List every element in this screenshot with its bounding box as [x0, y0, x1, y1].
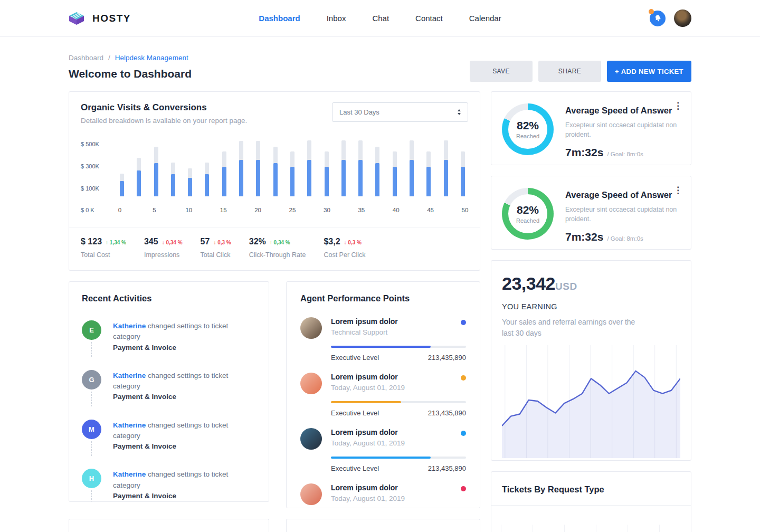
- nav-item-dashboard[interactable]: Dashboard: [259, 14, 300, 23]
- activity-list-item[interactable]: HKatherine changed settings to ticket ca…: [82, 469, 256, 501]
- user-avatar[interactable]: [674, 10, 691, 27]
- agent-avatar: [300, 373, 322, 394]
- x-axis-label: 50: [462, 207, 469, 213]
- bar-conversion-segment: [290, 167, 294, 196]
- partial-card-right: [286, 519, 480, 532]
- agent-status-dot: [461, 486, 466, 491]
- x-axis-label: 40: [393, 207, 400, 213]
- tickets-card-title: Tickets By Request Type: [491, 472, 691, 506]
- activity-category: Payment & Invoice: [113, 344, 176, 352]
- bar-group: [325, 140, 329, 196]
- speed-card-title: Average Speed of Answer: [565, 106, 688, 116]
- nav-item-calendar[interactable]: Calendar: [469, 14, 501, 23]
- bar-conversion-segment: [410, 160, 414, 196]
- activity-user-link[interactable]: Katherine: [113, 372, 146, 379]
- kpi-delta: ↓ 0,34 %: [162, 240, 183, 245]
- recent-activities-card: Recent Activities EKatherine changed set…: [69, 281, 269, 502]
- organic-card-title: Organic Visits & Conversions: [81, 102, 247, 113]
- bar-conversion-segment: [273, 163, 278, 196]
- bell-icon: [653, 13, 662, 23]
- agent-avatar: [300, 483, 322, 505]
- donut-reached-label: Reached: [516, 133, 539, 139]
- average-speed-card: 82%ReachedAverage Speed of AnswerExcepte…: [491, 176, 691, 250]
- bar-group: [205, 140, 209, 196]
- notification-badge-dot: [649, 9, 654, 14]
- agent-name: Lorem ipsum dolor: [331, 428, 452, 436]
- kpi-stat: 57↓ 0,3 %Total Click: [201, 237, 231, 259]
- activity-avatar: G: [82, 370, 101, 390]
- activity-avatar: E: [82, 320, 101, 340]
- activity-text: Katherine changed settings to ticket cat…: [113, 370, 256, 403]
- donut-percent-value: 82%: [517, 204, 539, 216]
- add-new-ticket-button[interactable]: + ADD NEW TICKET: [607, 61, 691, 82]
- agent-list-item[interactable]: Lorem ipsum dolorToday, August 01, 2019E…: [300, 483, 466, 508]
- bar-group: [154, 140, 158, 196]
- agent-status-dot: [461, 320, 466, 325]
- agent-level-label: Executive Level: [331, 354, 379, 362]
- agent-list-item[interactable]: Lorem ipsum dolorToday, August 01, 2019E…: [300, 373, 466, 417]
- main-nav: DashboardInboxChatContactCalendar: [259, 14, 501, 23]
- notifications-button[interactable]: [650, 11, 666, 26]
- speed-donut-chart: 82%Reached: [502, 188, 554, 240]
- activity-user-link[interactable]: Katherine: [113, 421, 146, 429]
- partial-card-left: [69, 519, 269, 532]
- bar-group: [273, 140, 278, 196]
- organic-card-subtitle: Detailed breakdown is available on your …: [81, 117, 247, 125]
- nav-item-contact[interactable]: Contact: [415, 14, 443, 23]
- bar-conversion-segment: [222, 167, 226, 196]
- bar-conversion-segment: [393, 167, 397, 196]
- x-axis-label: 20: [254, 207, 261, 213]
- bar-group: [171, 140, 175, 196]
- kpi-value: 57: [201, 237, 210, 246]
- x-axis-label: 35: [358, 207, 365, 213]
- earnings-card: 23,342 USD YOU EARNING Your sales and re…: [491, 260, 691, 461]
- x-axis-label: 30: [324, 207, 330, 213]
- kpi-value: 345: [144, 237, 158, 246]
- donut-percent-value: 82%: [517, 119, 539, 132]
- y-axis-label: $ 300K: [81, 163, 99, 169]
- breadcrumb-root[interactable]: Dashboard: [69, 54, 103, 62]
- x-axis-label: 5: [153, 207, 156, 213]
- kpi-value: $ 123: [81, 237, 102, 246]
- breadcrumb-separator: /: [108, 54, 110, 62]
- agent-list-item[interactable]: Lorem ipsum dolorTechnical SupportExecut…: [300, 317, 466, 362]
- kpi-value: 32%: [249, 237, 266, 246]
- activity-user-link[interactable]: Katherine: [113, 322, 146, 330]
- brand-logo[interactable]: HOSTY: [69, 12, 131, 25]
- nav-item-chat[interactable]: Chat: [372, 14, 389, 23]
- organic-visits-card: Organic Visits & Conversions Detailed br…: [69, 91, 480, 271]
- share-button[interactable]: SHARE: [538, 61, 601, 82]
- speed-time-value: 7m:32s: [565, 231, 603, 243]
- bar-conversion-segment: [358, 160, 363, 196]
- breadcrumb-current[interactable]: Helpdesk Management: [115, 54, 188, 62]
- kpi-label: Total Click: [201, 251, 231, 259]
- bar-conversion-segment: [120, 181, 124, 196]
- speed-goal-label: / Goal: 8m:0s: [607, 235, 643, 242]
- agent-list-item[interactable]: Lorem ipsum dolorToday, August 01, 2019E…: [300, 428, 466, 472]
- bar-conversion-segment: [426, 167, 431, 196]
- kebab-menu-icon[interactable]: ⋮: [673, 186, 682, 195]
- speed-card-title: Average Speed of Answer: [565, 190, 688, 200]
- bar-conversion-segment: [171, 174, 175, 196]
- activity-text: Katherine changed settings to ticket cat…: [113, 320, 256, 353]
- speed-card-description: Excepteur sint occaecat cupidatat non pr…: [565, 120, 688, 139]
- activity-list-item[interactable]: GKatherine changed settings to ticket ca…: [82, 370, 256, 403]
- agent-subtitle: Today, August 01, 2019: [331, 495, 452, 502]
- save-button[interactable]: SAVE: [470, 61, 533, 82]
- recent-activities-title: Recent Activities: [82, 293, 256, 303]
- activity-list-item[interactable]: MKatherine changed settings to ticket ca…: [82, 420, 256, 452]
- activity-user-link[interactable]: Katherine: [113, 470, 146, 478]
- x-axis-label: 45: [427, 207, 434, 213]
- agent-points-value: 213,435,890: [428, 409, 466, 417]
- bar-conversion-segment: [375, 163, 379, 196]
- bar-group: [426, 140, 431, 196]
- kebab-menu-icon[interactable]: ⋮: [673, 101, 682, 110]
- activity-text: Katherine changed settings to ticket cat…: [113, 469, 256, 501]
- nav-item-inbox[interactable]: Inbox: [327, 14, 346, 23]
- breadcrumb: Dashboard / Helpdesk Management: [69, 54, 192, 62]
- kpi-label: Cost Per Click: [324, 251, 365, 259]
- date-range-select[interactable]: Last 30 Days: [332, 102, 468, 122]
- activity-list-item[interactable]: EKatherine changed settings to ticket ca…: [82, 320, 256, 353]
- earnings-currency: USD: [555, 281, 577, 292]
- agent-status-dot: [461, 375, 466, 381]
